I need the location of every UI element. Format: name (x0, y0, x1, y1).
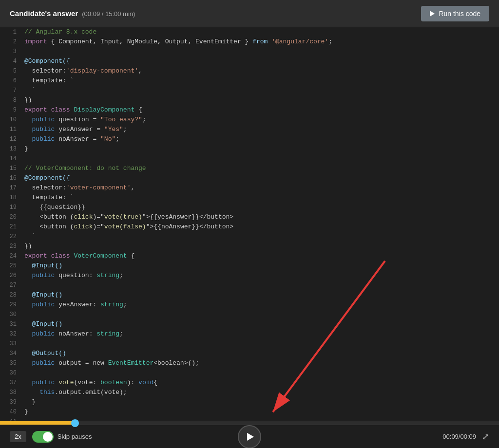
line-number: 22 (0, 232, 24, 242)
line-number: 28 (0, 290, 24, 300)
scrubber-thumb[interactable] (71, 419, 79, 427)
line-number: 17 (0, 183, 24, 193)
line-content: selector:'voter-component', (24, 183, 499, 193)
footer-right: 00:09/00:09 ⤢ (442, 431, 489, 442)
line-content: @Input() (24, 319, 499, 329)
line-number: 13 (0, 144, 24, 154)
line-content (24, 280, 499, 290)
line-number: 24 (0, 251, 24, 261)
code-line: 3 (0, 47, 499, 56)
code-line: 35 public output = new EventEmitter<bool… (0, 358, 499, 368)
line-content (24, 417, 499, 421)
line-content: <button (click)="vote(false)">{{noAnswer… (24, 222, 499, 232)
line-number: 36 (0, 368, 24, 378)
code-line: 36 (0, 368, 499, 378)
speed-button[interactable]: 2x (10, 431, 26, 442)
line-content: }) (24, 95, 499, 105)
skip-pauses-toggle-container: Skip pauses (32, 431, 92, 443)
code-line: 25 @Input() (0, 261, 499, 271)
header: Candidate's answer (00:09 / 15:00 min) R… (0, 0, 499, 27)
line-content (24, 47, 499, 56)
code-line: 11 public yesAnswer = "Yes"; (0, 125, 499, 134)
line-number: 23 (0, 242, 24, 251)
line-content: import { Component, Input, NgModule, Out… (24, 37, 499, 47)
play-icon (430, 11, 435, 17)
line-number: 25 (0, 261, 24, 271)
code-line: 27 (0, 280, 499, 290)
line-content: template: ` (24, 193, 499, 203)
code-line: 21 <button (click)="vote(false)">{{noAns… (0, 222, 499, 232)
code-line: 39 } (0, 397, 499, 407)
code-line: 4@Component({ (0, 56, 499, 66)
code-line: 30 (0, 310, 499, 319)
code-line: 33 (0, 339, 499, 349)
code-line: 32 public noAnswer: string; (0, 329, 499, 339)
line-number: 7 (0, 86, 24, 95)
run-code-button[interactable]: Run this code (421, 6, 489, 21)
code-line: 8}) (0, 95, 499, 105)
line-number: 2 (0, 37, 24, 47)
line-number: 20 (0, 212, 24, 222)
line-number: 12 (0, 134, 24, 144)
line-number: 4 (0, 56, 24, 66)
code-line: 1// Angular 8.x code (0, 27, 499, 37)
line-number: 18 (0, 193, 24, 203)
line-content: public question = "Too easy?"; (24, 115, 499, 125)
line-content: selector:'display-component', (24, 66, 499, 76)
scrubber-bar[interactable] (0, 421, 499, 425)
line-content: } (24, 407, 499, 417)
code-line: 28 @Input() (0, 290, 499, 300)
line-number: 21 (0, 222, 24, 232)
code-line: 7 ` (0, 86, 499, 95)
line-content (24, 368, 499, 378)
play-triangle-icon (247, 433, 254, 441)
code-line: 16@Component({ (0, 173, 499, 183)
line-number: 15 (0, 164, 24, 173)
line-content: } (24, 144, 499, 154)
play-pause-button[interactable] (238, 425, 261, 448)
code-line: 40} (0, 407, 499, 417)
line-number: 11 (0, 125, 24, 134)
line-number: 32 (0, 329, 24, 339)
code-line: 2import { Component, Input, NgModule, Ou… (0, 37, 499, 47)
code-editor: 1// Angular 8.x code2import { Component,… (0, 27, 499, 421)
line-content: @Output() (24, 349, 499, 358)
code-line: 20 <button (click)="vote(true)">{{yesAns… (0, 212, 499, 222)
line-number: 29 (0, 300, 24, 310)
code-line: 15// VoterComponent: do not change (0, 164, 499, 173)
footer-left: 2x Skip pauses (10, 431, 92, 443)
line-number: 8 (0, 95, 24, 105)
line-content (24, 154, 499, 164)
line-number: 37 (0, 378, 24, 388)
footer-time: 00:09/00:09 (442, 433, 476, 440)
line-number: 14 (0, 154, 24, 164)
code-line: 17 selector:'voter-component', (0, 183, 499, 193)
line-number: 35 (0, 358, 24, 368)
code-line: 31 @Input() (0, 319, 499, 329)
line-number: 31 (0, 319, 24, 329)
footer: 2x Skip pauses 00:09/00:09 ⤢ (0, 425, 499, 448)
line-number: 34 (0, 349, 24, 358)
line-number: 16 (0, 173, 24, 183)
code-line: 5 selector:'display-component', (0, 66, 499, 76)
line-content: this.output.emit(vote); (24, 388, 499, 397)
line-content: public noAnswer: string; (24, 329, 499, 339)
skip-pauses-toggle[interactable] (32, 431, 54, 443)
line-content: ` (24, 232, 499, 242)
toggle-knob (43, 432, 53, 442)
code-line: 19 {{question}} (0, 203, 499, 212)
line-content: // Angular 8.x code (24, 27, 499, 37)
code-line: 12 public noAnswer = "No"; (0, 134, 499, 144)
line-content: ` (24, 86, 499, 95)
code-line: 9export class DisplayComponent { (0, 105, 499, 115)
line-number: 6 (0, 76, 24, 86)
line-content: public vote(vote: boolean): void{ (24, 378, 499, 388)
line-content: export class VoterComponent { (24, 251, 499, 261)
run-button-label: Run this code (439, 10, 480, 18)
fullscreen-button[interactable]: ⤢ (482, 431, 489, 442)
line-number: 19 (0, 203, 24, 212)
code-line: 22 ` (0, 232, 499, 242)
line-number: 1 (0, 27, 24, 37)
line-number: 38 (0, 388, 24, 397)
line-number: 26 (0, 271, 24, 280)
